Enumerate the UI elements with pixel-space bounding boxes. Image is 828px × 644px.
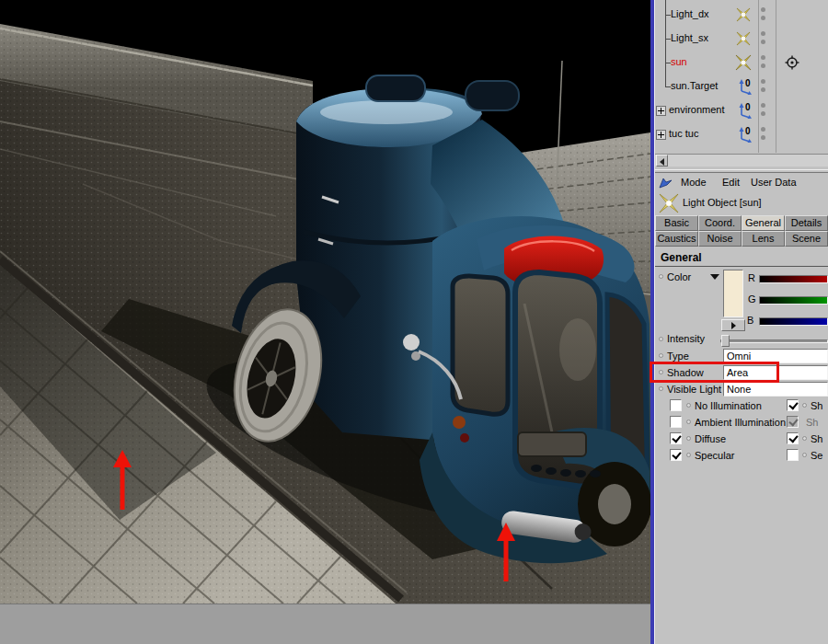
object-manager: Light_dx Light_sx sun	[655, 0, 828, 153]
right-arrow-icon	[731, 322, 736, 329]
anim-dot[interactable]	[802, 453, 807, 457]
tab-noise[interactable]: Noise	[698, 231, 742, 247]
object-title-row: Light Object [sun]	[655, 191, 828, 214]
color-label: Color	[667, 271, 691, 282]
tree-item-sun[interactable]: sun	[655, 52, 828, 74]
visibility-dots[interactable]	[761, 103, 765, 116]
light-icon	[734, 53, 753, 72]
object-label[interactable]: Light_dx	[671, 8, 709, 19]
svg-text:0: 0	[745, 102, 751, 112]
anim-dot[interactable]	[659, 274, 663, 279]
red-channel-slider[interactable]	[759, 275, 828, 283]
tab-coord[interactable]: Coord.	[698, 215, 742, 231]
object-title: Light Object [sun]	[683, 197, 762, 208]
color-swatch[interactable]	[723, 270, 743, 317]
bottom-spacer	[0, 604, 650, 644]
tree-item-tuc-tuc[interactable]: tuc tuc 0	[655, 123, 828, 145]
tab-details[interactable]: Details	[785, 215, 828, 231]
show-checkbox-1-label: Sh	[811, 400, 822, 411]
chevron-down-icon[interactable]	[710, 274, 719, 280]
shadow-highlight-annotation	[650, 362, 779, 383]
visibility-dots[interactable]	[761, 55, 765, 68]
null-axis-icon: 0	[738, 102, 754, 119]
visibility-dots[interactable]	[761, 79, 765, 92]
object-label[interactable]: Light_sx	[671, 32, 708, 43]
diffuse-label: Diffuse	[695, 433, 726, 444]
separate-checkbox-label: Se	[811, 450, 822, 461]
anim-dot[interactable]	[659, 353, 663, 358]
object-label[interactable]: sun.Target	[671, 80, 718, 91]
separate-checkbox[interactable]	[787, 449, 799, 461]
svg-text:0: 0	[745, 78, 751, 88]
anim-dot[interactable]	[686, 403, 691, 408]
object-label[interactable]: tuc tuc	[669, 128, 698, 139]
anim-dot[interactable]	[686, 420, 691, 424]
show-checkbox-2-label: Sh	[806, 417, 818, 428]
tree-item-light-dx[interactable]: Light_dx	[655, 4, 828, 26]
anim-dot[interactable]	[686, 436, 691, 441]
tree-item-environment[interactable]: environment 0	[655, 99, 828, 121]
intensity-slider-track[interactable]	[720, 339, 828, 343]
show-checkbox-3[interactable]	[787, 432, 799, 444]
channel-b-label: B	[747, 315, 753, 326]
scroll-left-button[interactable]	[656, 155, 668, 167]
tab-caustics[interactable]: Caustics	[655, 231, 698, 247]
attribute-menu-bar: Mode Edit User Data	[655, 174, 828, 190]
anim-dot[interactable]	[659, 337, 663, 341]
expand-icon[interactable]	[656, 130, 666, 140]
channel-r-label: R	[748, 272, 755, 283]
visible-light-dropdown[interactable]: None	[723, 382, 828, 397]
no-illumination-checkbox[interactable]	[670, 399, 682, 411]
visibility-dots[interactable]	[761, 127, 765, 140]
visible-light-label: Visible Light	[667, 384, 721, 395]
green-channel-slider[interactable]	[759, 296, 828, 305]
intensity-label: Intensity	[667, 333, 705, 344]
anim-dot[interactable]	[802, 436, 807, 441]
null-axis-icon: 0	[738, 126, 754, 143]
tab-basic[interactable]: Basic	[655, 215, 698, 231]
target-expression-tag-icon[interactable]	[785, 55, 799, 70]
ambient-illumination-label: Ambient Illumination	[695, 417, 786, 428]
specular-label: Specular	[695, 450, 734, 461]
object-manager-scrollbar[interactable]	[655, 154, 828, 167]
svg-text:0: 0	[745, 126, 751, 136]
left-arrow-icon	[660, 158, 664, 166]
render-scene	[0, 0, 650, 604]
app-window: Light_dx Light_sx sun	[0, 0, 828, 644]
section-header-general: General	[655, 249, 828, 267]
anim-dot[interactable]	[802, 403, 807, 408]
channel-g-label: G	[748, 293, 756, 305]
object-label-selected[interactable]: sun	[671, 56, 687, 67]
intensity-slider-thumb[interactable]	[721, 335, 730, 347]
scrollbar-track[interactable]	[655, 154, 828, 167]
visibility-dots[interactable]	[761, 31, 765, 44]
menu-mode[interactable]: Mode	[681, 177, 707, 188]
menu-edit[interactable]: Edit	[722, 177, 740, 188]
show-checkbox-1[interactable]	[787, 399, 799, 411]
tab-scene[interactable]: Scene	[785, 231, 828, 247]
null-axis-icon: 0	[738, 78, 754, 95]
3d-viewport[interactable]	[0, 0, 650, 604]
mode-arrow-icon	[659, 176, 673, 189]
light-icon	[734, 6, 753, 24]
blue-channel-slider[interactable]	[759, 317, 828, 326]
anim-dot[interactable]	[686, 453, 691, 457]
color-expand-button[interactable]	[721, 319, 745, 331]
no-illumination-label: No Illumination	[695, 400, 762, 411]
tab-general[interactable]: General	[742, 215, 785, 231]
expand-icon[interactable]	[656, 106, 666, 116]
specular-checkbox[interactable]	[670, 449, 682, 461]
ambient-illumination-checkbox[interactable]	[670, 416, 682, 428]
tab-lens[interactable]: Lens	[742, 231, 785, 247]
panel-divider	[655, 169, 828, 173]
menu-user-data[interactable]: User Data	[751, 177, 797, 188]
diffuse-checkbox[interactable]	[670, 432, 682, 444]
tree-item-light-sx[interactable]: Light_sx	[655, 28, 828, 50]
object-label[interactable]: environment	[669, 104, 725, 115]
anim-dot[interactable]	[659, 386, 663, 391]
visibility-dots[interactable]	[761, 7, 765, 20]
show-checkbox-3-label: Sh	[811, 433, 822, 444]
attribute-tabs: Basic Coord. General Details Caustics No…	[655, 215, 828, 247]
tree-item-sun-target[interactable]: sun.Target 0	[655, 75, 828, 98]
light-icon	[734, 29, 753, 48]
